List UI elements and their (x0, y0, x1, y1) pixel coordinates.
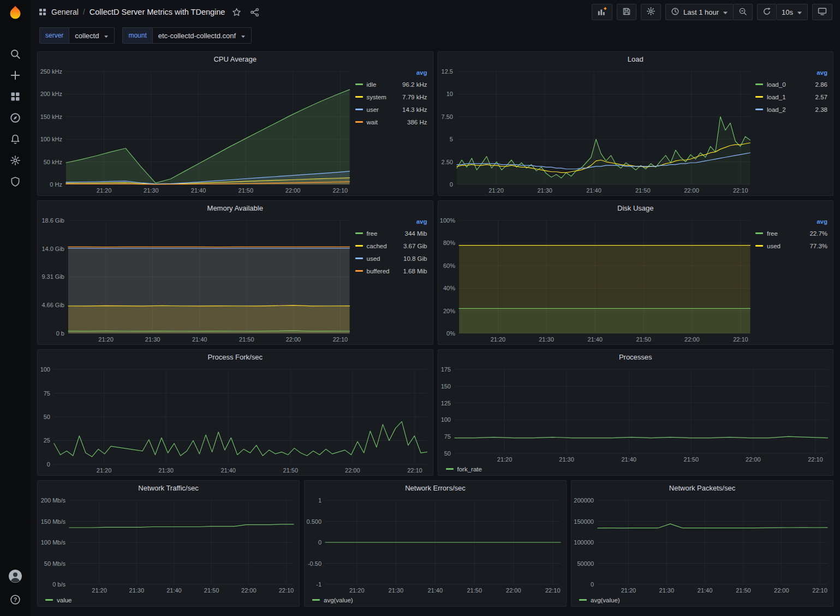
caret-down-icon (797, 8, 802, 16)
panel-title[interactable]: CPU Average (38, 52, 433, 66)
variable-server: server collectd (39, 27, 115, 44)
series-name: avg(value) (324, 597, 353, 603)
svg-text:0: 0 (47, 461, 50, 468)
svg-text:-0.50: -0.50 (308, 560, 321, 567)
legend-avg-header[interactable]: avg (755, 216, 827, 227)
legend-item[interactable]: load_12.57 (755, 91, 827, 103)
svg-text:21:20: 21:20 (92, 587, 107, 594)
variable-picker-server[interactable]: collectd (69, 27, 115, 44)
dashboard-settings-button[interactable] (641, 4, 661, 20)
legend-item[interactable]: idle96.2 kHz (355, 78, 427, 91)
svg-text:21:40: 21:40 (621, 456, 636, 463)
chart[interactable]: 0 b/s50 Mb/s100 Mb/s150 Mb/s200 Mb/s21:2… (38, 495, 299, 595)
panel: Network Errors/sec -1-0.5000.500121:2021… (304, 480, 567, 607)
chart[interactable]: 0%20%40%60%80%100%21:2021:3021:4021:5022… (438, 215, 756, 344)
svg-text:50: 50 (44, 414, 50, 420)
refresh-interval-picker[interactable]: 10s (777, 4, 808, 20)
panel-title[interactable]: Process Fork/sec (38, 350, 433, 364)
zoom-out-button[interactable] (734, 4, 753, 20)
refresh-button[interactable] (757, 4, 777, 20)
panel-title[interactable]: Network Errors/sec (305, 481, 566, 495)
svg-text:21:40: 21:40 (428, 587, 443, 594)
add-panel-icon (597, 7, 607, 18)
legend-avg-header[interactable]: avg (355, 67, 427, 78)
panel-title[interactable]: Load (438, 52, 833, 66)
legend-item[interactable]: cached3.67 Gib (355, 240, 427, 252)
panel-title[interactable]: Network Traffic/sec (38, 481, 299, 495)
svg-text:0.500: 0.500 (306, 518, 321, 525)
alerting-icon[interactable] (4, 129, 26, 149)
series-name: load_1 (767, 94, 786, 100)
series-name: used (367, 255, 380, 262)
legend-item[interactable]: value (45, 597, 72, 603)
svg-text:10: 10 (446, 91, 452, 97)
chart[interactable]: 05000010000015000020000021:2021:3021:402… (571, 495, 833, 595)
explore-icon[interactable] (4, 107, 26, 128)
avatar[interactable] (4, 566, 26, 586)
legend-item[interactable]: free22.7% (755, 227, 827, 240)
svg-text:21:20: 21:20 (349, 587, 365, 594)
series-name: buffered (367, 268, 390, 274)
sidebar-bottom: ? (4, 566, 26, 609)
series-swatch (355, 96, 363, 98)
search-icon[interactable] (4, 44, 26, 64)
cycle-view-button[interactable] (812, 4, 832, 20)
legend-item[interactable]: fork_rate (446, 466, 482, 473)
add-panel-button[interactable] (592, 4, 612, 20)
variable-value-server: collectd (75, 32, 99, 40)
panel-title-text: Network Traffic/sec (138, 484, 198, 492)
chart[interactable]: 0 Hz50 kHz100 kHz150 kHz200 kHz250 kHz21… (38, 66, 355, 195)
admin-shield-icon[interactable] (4, 171, 26, 192)
legend-item[interactable]: wait386 Hz (355, 116, 427, 128)
series-swatch (446, 468, 454, 470)
legend-item[interactable]: system7.79 kHz (355, 91, 427, 103)
svg-text:0: 0 (591, 581, 594, 588)
series-name: fork_rate (457, 466, 482, 473)
legend-item[interactable]: used77.3% (755, 240, 827, 252)
series-name: wait (367, 119, 378, 125)
legend-item[interactable]: used10.8 Gib (355, 252, 427, 265)
chart[interactable]: 025507510021:2021:3021:4021:5022:0022:10 (38, 364, 433, 475)
panel-title-text: Process Fork/sec (208, 353, 263, 361)
breadcrumb-section[interactable]: General (51, 8, 79, 16)
legend-item[interactable]: load_22.38 (755, 103, 827, 116)
svg-text:21:20: 21:20 (497, 456, 512, 463)
configuration-icon[interactable] (4, 150, 26, 170)
legend-item[interactable]: buffered1.68 Mib (355, 265, 427, 277)
svg-text:100 Mb/s: 100 Mb/s (41, 539, 66, 546)
save-button[interactable] (617, 4, 636, 20)
svg-text:40%: 40% (443, 285, 455, 291)
star-icon[interactable] (230, 6, 243, 19)
dashboard-title[interactable]: CollectD Server Metrics with TDengine (90, 8, 225, 16)
series-swatch (355, 121, 363, 123)
chart[interactable]: -1-0.5000.500121:2021:3021:4021:5022:002… (305, 495, 566, 595)
panel-title-text: Network Errors/sec (405, 484, 466, 492)
create-icon[interactable] (4, 65, 26, 85)
chart[interactable]: 02.5057.501012.521:2021:3021:4021:5022:0… (438, 66, 756, 195)
share-icon[interactable] (248, 6, 261, 19)
panel-title[interactable]: Disk Usage (438, 201, 833, 215)
svg-text:22:10: 22:10 (733, 187, 748, 194)
legend-item[interactable]: user14.3 kHz (355, 103, 427, 116)
breadcrumb-separator: / (83, 8, 85, 16)
grafana-logo[interactable] (0, 0, 31, 26)
svg-text:50: 50 (444, 450, 450, 457)
panel-title[interactable]: Memory Available (38, 201, 433, 215)
svg-text:100000: 100000 (574, 539, 594, 546)
legend-item[interactable]: load_02.86 (755, 78, 827, 91)
help-icon[interactable]: ? (4, 589, 26, 609)
legend-item[interactable]: avg(value) (312, 597, 353, 603)
time-range-picker[interactable]: Last 1 hour (665, 4, 734, 20)
panel-title[interactable]: Processes (438, 350, 833, 364)
chart[interactable]: 0 b4.66 Gib9.31 Gib14.0 Gib18.6 Gib21:20… (38, 215, 355, 344)
svg-text:200 kHz: 200 kHz (40, 91, 62, 97)
series-swatch (755, 232, 763, 234)
legend-avg-header[interactable]: avg (355, 216, 427, 227)
variable-picker-mount[interactable]: etc-collectd-collectd.conf (152, 27, 252, 44)
legend-item[interactable]: free344 Mib (355, 227, 427, 240)
dashboards-icon[interactable] (4, 86, 26, 106)
legend-avg-header[interactable]: avg (755, 67, 827, 78)
legend-item[interactable]: avg(value) (579, 597, 620, 603)
panel-title[interactable]: Network Packets/sec (571, 481, 833, 495)
chart[interactable]: 507510012515017521:2021:3021:4021:5022:0… (438, 364, 833, 464)
